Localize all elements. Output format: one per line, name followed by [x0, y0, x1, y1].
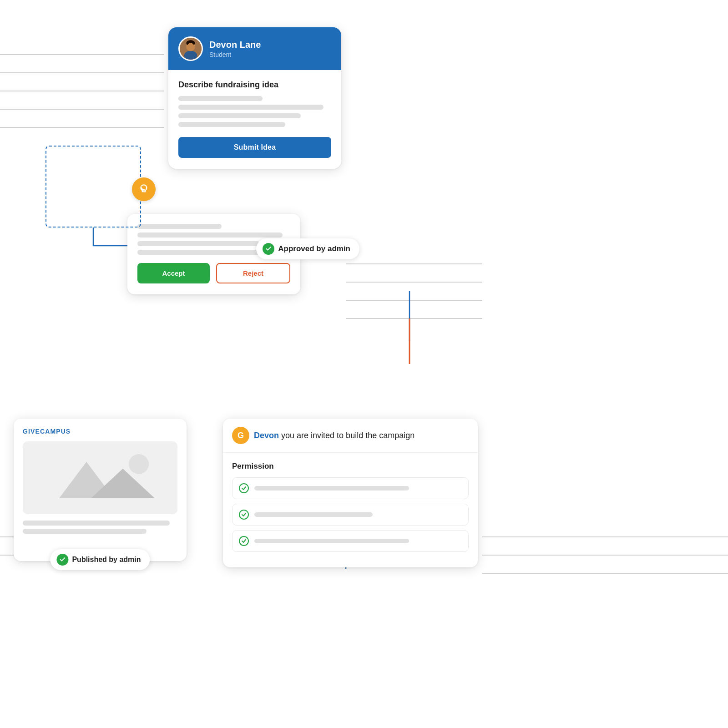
dashed-box-decoration — [46, 146, 141, 228]
skeleton-line — [23, 529, 147, 534]
invite-header-text: Devon you are invited to build the campa… — [254, 431, 415, 440]
approval-actions: Accept Reject — [137, 263, 290, 283]
permission-line — [254, 486, 409, 490]
submit-idea-button[interactable]: Submit Idea — [178, 137, 331, 158]
skeleton-content — [23, 521, 177, 534]
skeleton-line — [23, 521, 170, 526]
invite-header: G Devon you are invited to build the cam… — [223, 419, 478, 453]
skeleton-line — [178, 122, 285, 127]
approved-badge-text: Approved by admin — [278, 244, 350, 253]
permission-line — [254, 512, 373, 517]
approval-card: Accept Reject Approved by admin — [127, 214, 300, 294]
invite-icon: G — [232, 427, 249, 444]
permission-check-icon — [239, 510, 249, 520]
permission-check-icon — [239, 483, 249, 493]
permission-item — [232, 477, 469, 499]
approved-badge: Approved by admin — [256, 238, 359, 259]
published-badge-text: Published by admin — [72, 556, 141, 564]
skeleton-line — [178, 105, 324, 110]
card-header: Devon Lane Student — [168, 27, 341, 70]
user-role: Student — [209, 51, 261, 58]
svg-rect-20 — [23, 444, 177, 512]
section-title: Describe fundraising idea — [178, 80, 331, 90]
published-badge: Published by admin — [50, 549, 150, 570]
user-info: Devon Lane Student — [209, 40, 261, 58]
skeleton-line — [178, 96, 263, 101]
check-icon — [263, 243, 274, 255]
svg-point-16 — [184, 51, 197, 60]
permission-title: Permission — [232, 462, 469, 471]
skeleton-line — [137, 224, 222, 229]
givecampus-card: GIVECAMPUS Published by admin — [14, 419, 187, 561]
lightbulb-icon — [132, 177, 156, 201]
devon-name: Devon — [254, 431, 279, 440]
skeleton-line — [137, 233, 283, 238]
skeleton-line — [178, 113, 301, 118]
check-icon — [56, 554, 68, 566]
card-body: Describe fundraising idea Submit Idea — [168, 70, 341, 169]
permission-line — [254, 539, 409, 543]
invite-body: Permission — [223, 453, 478, 567]
permission-check-icon — [239, 536, 249, 546]
user-name: Devon Lane — [209, 40, 261, 50]
skeleton-line — [137, 241, 260, 246]
avatar — [178, 36, 203, 61]
invite-card: G Devon you are invited to build the cam… — [223, 419, 478, 567]
fundraise-card: Devon Lane Student Describe fundraising … — [168, 27, 341, 169]
svg-point-23 — [129, 454, 149, 474]
permission-item — [232, 530, 469, 552]
reject-button[interactable]: Reject — [216, 263, 290, 283]
accept-button[interactable]: Accept — [137, 263, 210, 283]
givecampus-logo: GIVECAMPUS — [23, 428, 177, 435]
skeleton-content — [178, 96, 331, 127]
svg-point-19 — [187, 43, 194, 51]
image-placeholder — [23, 441, 177, 514]
invite-message: you are invited to build the campaign — [281, 431, 415, 440]
permission-item — [232, 504, 469, 526]
